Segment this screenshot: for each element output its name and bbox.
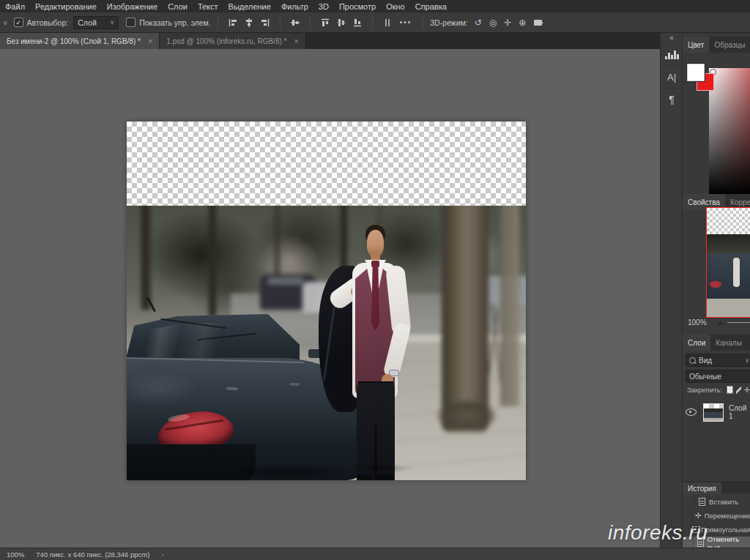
panel-dock-strip: « A| ¶ [660,33,683,548]
tie [371,266,379,331]
autoselect-label: Автовыбор: [27,18,69,27]
more-options-icon[interactable]: ••• [400,18,412,26]
options-bar: ∨ ✓ Автовыбор: Слой ∨ Показать упр. элем… [0,12,750,33]
blend-mode-dropdown[interactable]: Обычные [686,370,750,383]
menu-select[interactable]: Выделение [223,2,276,11]
history-panel-header: История [683,481,750,493]
layer-visibility-eye-icon[interactable] [686,408,697,416]
menu-layers[interactable]: Слои [163,2,193,11]
layer-row[interactable]: Слой 1 [683,402,750,422]
history-item-label: Прямоугольная [701,526,750,534]
shoe [377,474,393,480]
document-canvas[interactable] [127,122,526,480]
menu-type[interactable]: Текст [193,2,223,11]
menu-filter[interactable]: Фильтр [276,2,313,11]
paragraph-panel-icon[interactable]: ¶ [661,89,683,111]
divider [372,16,373,29]
zoom-slider[interactable] [727,322,750,323]
tab-swatches[interactable]: Образцы [709,37,750,53]
navigator-proxy-view[interactable] [706,207,750,318]
distribute-top-edges-icon[interactable] [319,17,331,29]
color-panel-tabs: Цвет Образцы Гр [683,37,750,53]
lock-label: Закрепить: [687,386,722,394]
tie-knot [371,261,379,267]
align-right-edges-icon[interactable] [259,17,271,29]
color-field[interactable] [709,68,750,194]
status-doc-info[interactable]: 740 пикс. x 640 пикс. (28,346 ppcm) [36,550,149,559]
divider [310,16,311,29]
menu-3d[interactable]: 3D [313,2,334,11]
align-horizontal-centers-icon[interactable] [243,17,255,29]
panel-column: Цвет Образцы Гр Свойства Коррекция 100% [682,33,750,548]
tab-channels[interactable]: Каналы [710,335,747,351]
canvas-area[interactable] [0,49,660,548]
document-tab-title: Без имени-2 @ 100% (Слой 1, RGB/8) * [7,37,141,45]
layer-filter-dropdown[interactable]: Вид ∨ [686,354,750,367]
layers-panel-tabs: Слои Каналы Ко [683,335,750,351]
3d-roll-icon[interactable]: ◎ [489,18,497,28]
3d-camera-icon[interactable] [534,20,542,26]
car-door-handle [289,383,300,386]
3d-mode-label: 3D-режим: [430,18,468,27]
car-door-handle [226,387,238,391]
menu-file[interactable]: Файл [0,2,30,11]
layer-thumbnail[interactable] [703,403,724,422]
lock-pixels-brush-icon[interactable] [736,387,741,394]
3d-pan-icon[interactable]: ✛ [504,18,511,28]
align-vertical-centers-icon[interactable] [289,17,301,29]
foreground-color-swatch[interactable] [687,64,705,81]
status-chevron-icon[interactable]: › [161,550,163,559]
distribute-spacing-icon[interactable] [382,17,393,29]
history-source-well[interactable] [683,495,694,509]
autoselect-value: Слой [78,18,97,27]
history-item-label: Перемещение [705,512,750,520]
move-icon: ✛ [695,511,702,520]
menu-view[interactable]: Просмотр [334,2,381,11]
tab-history[interactable]: История [683,482,721,495]
show-controls-label: Показать упр. элем. [139,18,210,27]
paste-icon [699,498,705,506]
document-tab-title: 1.psd @ 100% (inforeks.ru, RGB/8) * [166,37,286,45]
character-panel-icon[interactable]: A| [661,66,683,89]
lock-row: Закрепить: ✛ [687,386,750,394]
3d-slide-icon[interactable]: ⊕ [519,18,526,28]
lock-position-icon[interactable]: ✛ [744,386,750,394]
distribute-vertical-centers-icon[interactable] [335,17,347,29]
divider [423,16,423,29]
navigator-zoom-row: 100% [688,318,750,326]
tab-layers[interactable]: Слои [683,335,710,351]
status-zoom-field[interactable]: 100% [7,550,24,559]
divider [218,16,218,29]
layer-filter-row: Вид ∨ [686,354,750,367]
close-icon[interactable]: × [148,37,152,45]
menu-help[interactable]: Справка [410,2,452,11]
man [324,220,420,480]
document-tab-inactive[interactable]: 1.psd @ 100% (inforeks.ru, RGB/8) * × [160,33,306,49]
menu-edit[interactable]: Редактирование [30,2,102,11]
photoshop-window: Файл Редактирование Изображение Слои Тек… [0,0,750,560]
lock-transparency-icon[interactable] [727,386,732,394]
tab-color[interactable]: Цвет [683,37,709,53]
divider [280,16,281,29]
tool-preset-chevron-icon[interactable]: ∨ [0,19,14,26]
3d-orbit-icon[interactable]: ↺ [475,18,482,28]
tab-paths[interactable]: Ко [747,335,750,351]
watermark: inforeks.ru [608,521,708,545]
align-left-edges-icon[interactable] [227,17,239,29]
autoselect-dropdown[interactable]: Слой ∨ [73,16,119,29]
show-controls-checkbox[interactable] [126,18,135,27]
close-icon[interactable]: × [294,37,298,45]
histogram-panel-icon[interactable] [661,43,683,66]
menu-window[interactable]: Окно [381,2,410,11]
layer-name[interactable]: Слой 1 [729,404,750,420]
menu-image[interactable]: Изображение [102,2,163,11]
document-tab-active[interactable]: Без имени-2 @ 100% (Слой 1, RGB/8) * × [0,33,160,49]
shoe [357,474,373,480]
history-item[interactable]: Вставить [683,495,750,509]
blend-mode-value: Обычные [689,373,721,381]
collapse-panels-icon[interactable]: « [661,33,683,43]
autoselect-checkbox[interactable]: ✓ [14,18,23,27]
zoom-out-icon[interactable] [717,321,723,325]
distribute-bottom-edges-icon[interactable] [352,17,363,29]
navigator-zoom-value[interactable]: 100% [688,318,707,326]
